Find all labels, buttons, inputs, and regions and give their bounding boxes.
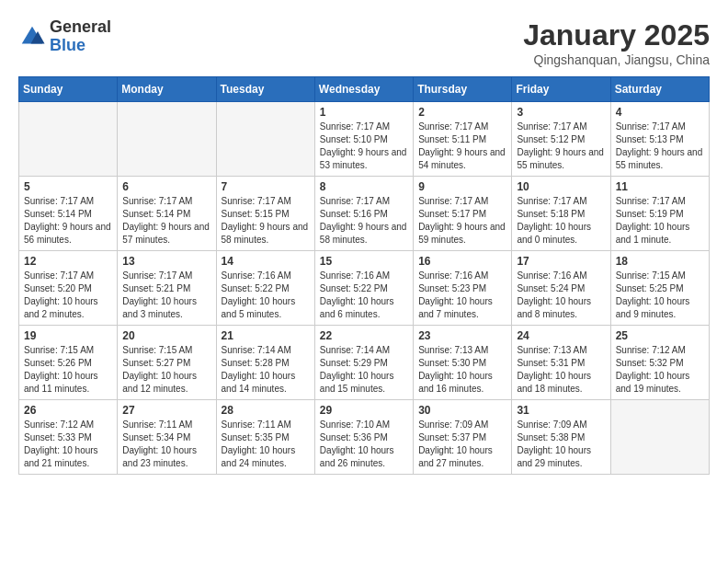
calendar-cell-w2-d1: 6Sunrise: 7:17 AM Sunset: 5:14 PM Daylig… bbox=[118, 177, 216, 251]
day-number: 16 bbox=[418, 255, 506, 268]
calendar-cell-w4-d2: 21Sunrise: 7:14 AM Sunset: 5:28 PM Dayli… bbox=[216, 326, 314, 400]
day-number: 12 bbox=[24, 255, 112, 268]
day-number: 5 bbox=[24, 180, 112, 193]
header-wednesday: Wednesday bbox=[314, 77, 413, 102]
logo: General Blue bbox=[18, 18, 111, 55]
day-info: Sunrise: 7:12 AM Sunset: 5:32 PM Dayligh… bbox=[616, 344, 704, 396]
week-row-1: 1Sunrise: 7:17 AM Sunset: 5:10 PM Daylig… bbox=[19, 102, 710, 177]
day-info: Sunrise: 7:17 AM Sunset: 5:10 PM Dayligh… bbox=[320, 121, 408, 172]
calendar-cell-w5-d4: 30Sunrise: 7:09 AM Sunset: 5:37 PM Dayli… bbox=[414, 400, 512, 475]
week-row-2: 5Sunrise: 7:17 AM Sunset: 5:14 PM Daylig… bbox=[19, 177, 710, 251]
day-info: Sunrise: 7:16 AM Sunset: 5:23 PM Dayligh… bbox=[418, 270, 506, 321]
day-number: 14 bbox=[222, 255, 310, 268]
day-info: Sunrise: 7:13 AM Sunset: 5:30 PM Dayligh… bbox=[418, 344, 506, 396]
day-info: Sunrise: 7:17 AM Sunset: 5:21 PM Dayligh… bbox=[122, 270, 210, 321]
header-saturday: Saturday bbox=[610, 77, 709, 102]
day-number: 8 bbox=[320, 180, 408, 193]
day-info: Sunrise: 7:17 AM Sunset: 5:15 PM Dayligh… bbox=[222, 195, 310, 247]
day-info: Sunrise: 7:09 AM Sunset: 5:37 PM Dayligh… bbox=[418, 419, 506, 470]
title-block: January 2025 Qingshanquan, Jiangsu, Chin… bbox=[523, 18, 710, 67]
day-number: 26 bbox=[24, 404, 112, 417]
day-number: 19 bbox=[24, 329, 112, 342]
day-info: Sunrise: 7:17 AM Sunset: 5:14 PM Dayligh… bbox=[24, 195, 112, 247]
calendar-cell-w4-d3: 22Sunrise: 7:14 AM Sunset: 5:29 PM Dayli… bbox=[314, 326, 413, 400]
logo-general: General bbox=[50, 17, 111, 36]
calendar-cell-w2-d2: 7Sunrise: 7:17 AM Sunset: 5:15 PM Daylig… bbox=[216, 177, 314, 251]
calendar-cell-w2-d0: 5Sunrise: 7:17 AM Sunset: 5:14 PM Daylig… bbox=[19, 177, 118, 251]
day-info: Sunrise: 7:15 AM Sunset: 5:25 PM Dayligh… bbox=[616, 270, 704, 321]
day-number: 4 bbox=[616, 106, 704, 119]
day-info: Sunrise: 7:17 AM Sunset: 5:20 PM Dayligh… bbox=[24, 270, 112, 321]
day-info: Sunrise: 7:16 AM Sunset: 5:24 PM Dayligh… bbox=[517, 270, 605, 321]
day-number: 7 bbox=[222, 180, 310, 193]
day-number: 11 bbox=[616, 180, 704, 193]
calendar-cell-w2-d5: 10Sunrise: 7:17 AM Sunset: 5:18 PM Dayli… bbox=[512, 177, 610, 251]
day-info: Sunrise: 7:17 AM Sunset: 5:13 PM Dayligh… bbox=[616, 121, 704, 172]
weekday-header-row: Sunday Monday Tuesday Wednesday Thursday… bbox=[19, 77, 710, 102]
day-info: Sunrise: 7:17 AM Sunset: 5:12 PM Dayligh… bbox=[517, 121, 605, 172]
calendar-cell-w2-d4: 9Sunrise: 7:17 AM Sunset: 5:17 PM Daylig… bbox=[414, 177, 512, 251]
calendar-cell-w5-d1: 27Sunrise: 7:11 AM Sunset: 5:34 PM Dayli… bbox=[118, 400, 216, 475]
calendar-cell-w1-d5: 3Sunrise: 7:17 AM Sunset: 5:12 PM Daylig… bbox=[512, 102, 610, 177]
day-number: 3 bbox=[517, 106, 605, 119]
calendar-cell-w3-d5: 17Sunrise: 7:16 AM Sunset: 5:24 PM Dayli… bbox=[512, 251, 610, 326]
day-number: 31 bbox=[517, 404, 605, 417]
logo-icon bbox=[18, 23, 46, 51]
header-thursday: Thursday bbox=[414, 77, 512, 102]
calendar-subtitle: Qingshanquan, Jiangsu, China bbox=[523, 52, 710, 67]
day-info: Sunrise: 7:16 AM Sunset: 5:22 PM Dayligh… bbox=[222, 270, 310, 321]
calendar-cell-w1-d1 bbox=[118, 102, 216, 177]
day-info: Sunrise: 7:11 AM Sunset: 5:35 PM Dayligh… bbox=[222, 419, 310, 470]
day-info: Sunrise: 7:10 AM Sunset: 5:36 PM Dayligh… bbox=[320, 419, 408, 470]
day-number: 2 bbox=[418, 106, 506, 119]
calendar-cell-w4-d6: 25Sunrise: 7:12 AM Sunset: 5:32 PM Dayli… bbox=[610, 326, 709, 400]
logo-text: General Blue bbox=[50, 18, 111, 55]
day-number: 23 bbox=[418, 329, 506, 342]
calendar-cell-w5-d2: 28Sunrise: 7:11 AM Sunset: 5:35 PM Dayli… bbox=[216, 400, 314, 475]
page-header: General Blue January 2025 Qingshanquan, … bbox=[18, 18, 710, 67]
day-number: 18 bbox=[616, 255, 704, 268]
header-friday: Friday bbox=[512, 77, 610, 102]
day-number: 22 bbox=[320, 329, 408, 342]
day-info: Sunrise: 7:12 AM Sunset: 5:33 PM Dayligh… bbox=[24, 419, 112, 470]
week-row-4: 19Sunrise: 7:15 AM Sunset: 5:26 PM Dayli… bbox=[19, 326, 710, 400]
calendar-cell-w2-d6: 11Sunrise: 7:17 AM Sunset: 5:19 PM Dayli… bbox=[610, 177, 709, 251]
calendar-cell-w5-d6 bbox=[610, 400, 709, 475]
calendar-cell-w4-d0: 19Sunrise: 7:15 AM Sunset: 5:26 PM Dayli… bbox=[19, 326, 118, 400]
day-number: 24 bbox=[517, 329, 605, 342]
calendar-cell-w5-d3: 29Sunrise: 7:10 AM Sunset: 5:36 PM Dayli… bbox=[314, 400, 413, 475]
calendar-cell-w1-d0 bbox=[19, 102, 118, 177]
header-tuesday: Tuesday bbox=[216, 77, 314, 102]
day-info: Sunrise: 7:17 AM Sunset: 5:14 PM Dayligh… bbox=[122, 195, 210, 247]
day-number: 6 bbox=[122, 180, 210, 193]
logo-blue: Blue bbox=[50, 36, 85, 54]
calendar-title: January 2025 bbox=[523, 18, 710, 52]
day-info: Sunrise: 7:17 AM Sunset: 5:19 PM Dayligh… bbox=[616, 195, 704, 247]
calendar-cell-w3-d3: 15Sunrise: 7:16 AM Sunset: 5:22 PM Dayli… bbox=[314, 251, 413, 326]
header-monday: Monday bbox=[118, 77, 216, 102]
day-number: 9 bbox=[418, 180, 506, 193]
day-number: 21 bbox=[222, 329, 310, 342]
calendar-cell-w1-d2 bbox=[216, 102, 314, 177]
calendar-cell-w3-d4: 16Sunrise: 7:16 AM Sunset: 5:23 PM Dayli… bbox=[414, 251, 512, 326]
day-number: 28 bbox=[222, 404, 310, 417]
day-info: Sunrise: 7:17 AM Sunset: 5:11 PM Dayligh… bbox=[418, 121, 506, 172]
day-number: 17 bbox=[517, 255, 605, 268]
day-info: Sunrise: 7:14 AM Sunset: 5:28 PM Dayligh… bbox=[222, 344, 310, 396]
day-info: Sunrise: 7:17 AM Sunset: 5:16 PM Dayligh… bbox=[320, 195, 408, 247]
day-number: 15 bbox=[320, 255, 408, 268]
day-info: Sunrise: 7:15 AM Sunset: 5:27 PM Dayligh… bbox=[122, 344, 210, 396]
calendar-cell-w2-d3: 8Sunrise: 7:17 AM Sunset: 5:16 PM Daylig… bbox=[314, 177, 413, 251]
header-sunday: Sunday bbox=[19, 77, 118, 102]
calendar-cell-w4-d1: 20Sunrise: 7:15 AM Sunset: 5:27 PM Dayli… bbox=[118, 326, 216, 400]
day-info: Sunrise: 7:17 AM Sunset: 5:18 PM Dayligh… bbox=[517, 195, 605, 247]
day-info: Sunrise: 7:14 AM Sunset: 5:29 PM Dayligh… bbox=[320, 344, 408, 396]
calendar-cell-w3-d0: 12Sunrise: 7:17 AM Sunset: 5:20 PM Dayli… bbox=[19, 251, 118, 326]
day-info: Sunrise: 7:13 AM Sunset: 5:31 PM Dayligh… bbox=[517, 344, 605, 396]
day-number: 20 bbox=[122, 329, 210, 342]
day-number: 30 bbox=[418, 404, 506, 417]
day-number: 27 bbox=[122, 404, 210, 417]
calendar-cell-w4-d4: 23Sunrise: 7:13 AM Sunset: 5:30 PM Dayli… bbox=[414, 326, 512, 400]
day-info: Sunrise: 7:17 AM Sunset: 5:17 PM Dayligh… bbox=[418, 195, 506, 247]
day-info: Sunrise: 7:15 AM Sunset: 5:26 PM Dayligh… bbox=[24, 344, 112, 396]
